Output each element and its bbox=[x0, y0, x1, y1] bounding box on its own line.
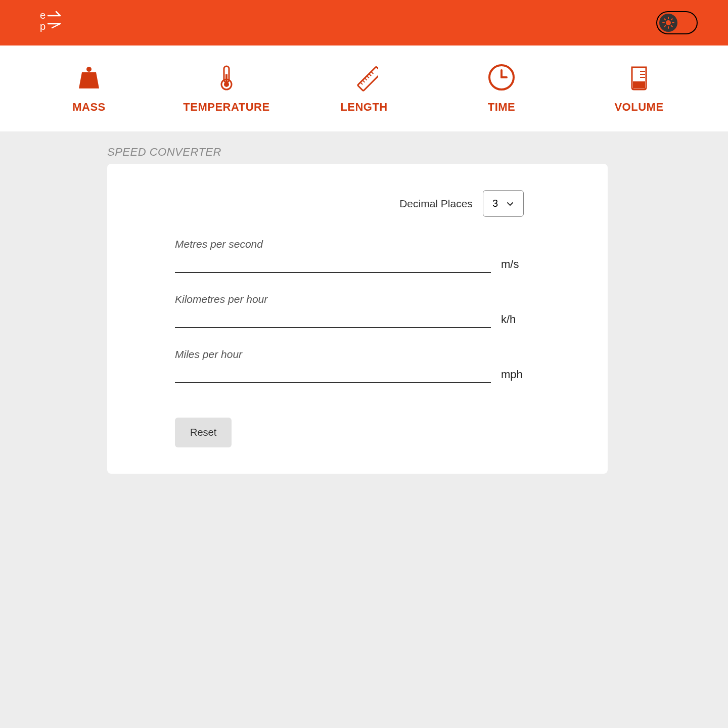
svg-rect-15 bbox=[225, 74, 228, 83]
nav-label: VOLUME bbox=[614, 101, 663, 114]
nav-item-mass[interactable]: MASS bbox=[20, 63, 158, 114]
svg-line-22 bbox=[371, 72, 373, 74]
svg-line-17 bbox=[360, 82, 362, 84]
converter-card: Decimal Places 3 Metres per second m/s K… bbox=[107, 164, 608, 474]
theme-toggle[interactable] bbox=[656, 11, 698, 34]
field-label: Metres per second bbox=[175, 238, 574, 250]
reset-button[interactable]: Reset bbox=[175, 418, 232, 447]
nav-item-volume[interactable]: VOLUME bbox=[570, 63, 708, 114]
ruler-icon bbox=[350, 63, 378, 92]
svg-rect-16 bbox=[357, 67, 378, 91]
field-label: Miles per hour bbox=[175, 348, 574, 360]
svg-text:p: p bbox=[40, 21, 46, 32]
field-metres-per-second: Metres per second m/s bbox=[175, 238, 574, 273]
svg-line-8 bbox=[671, 26, 672, 27]
kph-input[interactable] bbox=[175, 309, 491, 328]
decimal-select[interactable]: 3 bbox=[483, 190, 524, 217]
svg-line-7 bbox=[664, 19, 665, 20]
thermometer-icon bbox=[212, 63, 241, 92]
svg-line-21 bbox=[369, 74, 371, 76]
field-unit: k/h bbox=[501, 313, 516, 328]
nav-label: TIME bbox=[488, 101, 516, 114]
svg-line-20 bbox=[367, 76, 369, 78]
content: SPEED CONVERTER Decimal Places 3 Metres … bbox=[0, 131, 728, 474]
nav-label: TEMPERATURE bbox=[183, 101, 269, 114]
nav-bar: MASS TEMPERATURE bbox=[0, 46, 728, 131]
svg-text:e: e bbox=[40, 10, 46, 21]
svg-line-18 bbox=[362, 80, 365, 82]
field-kilometres-per-hour: Kilometres per hour k/h bbox=[175, 293, 574, 328]
field-unit: mph bbox=[501, 368, 523, 383]
field-unit: m/s bbox=[501, 258, 519, 273]
mph-input[interactable] bbox=[175, 365, 491, 383]
decimal-value: 3 bbox=[492, 198, 498, 209]
sun-icon bbox=[659, 14, 677, 32]
section-title: SPEED CONVERTER bbox=[107, 146, 728, 159]
clock-icon bbox=[487, 63, 516, 92]
mps-input[interactable] bbox=[175, 254, 491, 273]
nav-label: LENGTH bbox=[340, 101, 387, 114]
chevron-down-icon bbox=[506, 200, 514, 208]
svg-line-9 bbox=[664, 26, 665, 27]
field-miles-per-hour: Miles per hour mph bbox=[175, 348, 574, 383]
logo: e p bbox=[38, 9, 65, 37]
svg-line-10 bbox=[671, 19, 672, 20]
decimal-label: Decimal Places bbox=[399, 198, 473, 210]
decimal-row: Decimal Places 3 bbox=[175, 190, 574, 217]
nav-label: MASS bbox=[72, 101, 106, 114]
svg-line-19 bbox=[365, 78, 367, 80]
top-bar: e p bbox=[0, 0, 728, 46]
nav-item-temperature[interactable]: TEMPERATURE bbox=[158, 63, 295, 114]
svg-rect-26 bbox=[633, 81, 645, 88]
svg-point-2 bbox=[666, 20, 671, 25]
svg-point-11 bbox=[86, 67, 92, 72]
beaker-icon bbox=[625, 63, 653, 92]
field-label: Kilometres per hour bbox=[175, 293, 574, 305]
nav-item-time[interactable]: TIME bbox=[433, 63, 570, 114]
nav-item-length[interactable]: LENGTH bbox=[295, 63, 433, 114]
weight-icon bbox=[75, 63, 103, 92]
